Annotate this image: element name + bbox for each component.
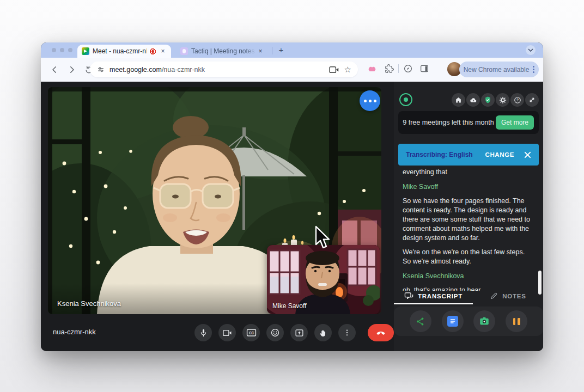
tab-title: Meet - nua-czmr-nkk xyxy=(93,47,147,55)
new-tab-button[interactable]: + xyxy=(276,45,286,55)
close-window-icon[interactable] xyxy=(52,48,56,52)
google-docs-icon xyxy=(447,316,458,327)
tab-meet[interactable]: Meet - nua-czmr-nkk × xyxy=(77,45,171,58)
svg-text:?: ? xyxy=(516,98,519,102)
page-content: Ksenia Svechnikova xyxy=(41,82,543,351)
microphone-button[interactable] xyxy=(194,324,212,341)
meeting-code: nua-czmr-nkk xyxy=(53,328,96,336)
transcript-paragraph: We're on the we're on the last few steps… xyxy=(403,248,534,266)
speaker-name: Ksenia Svechnikova xyxy=(403,272,534,281)
tactiq-logo-icon xyxy=(399,93,412,106)
back-icon[interactable] xyxy=(50,65,59,75)
change-language-button[interactable]: CHANGE xyxy=(485,151,514,158)
tab-notes[interactable]: NOTES xyxy=(473,289,543,303)
tab-search-chevron-icon[interactable] xyxy=(526,45,536,55)
home-button[interactable] xyxy=(452,93,465,107)
tactiq-favicon-icon xyxy=(180,47,188,55)
close-tab-icon[interactable]: × xyxy=(257,47,264,55)
extension-icons xyxy=(367,63,429,74)
share-button[interactable] xyxy=(410,310,431,332)
help-button[interactable]: ? xyxy=(510,93,524,107)
address-bar[interactable]: meet.google.com/nua-czmr-nkk ☆ xyxy=(90,62,358,77)
pip-video-tile[interactable]: Mike Savoff xyxy=(267,245,380,314)
raise-hand-button[interactable] xyxy=(314,324,332,341)
more-options-button[interactable] xyxy=(338,324,356,341)
toolbar-divider xyxy=(398,64,399,73)
tab-transcript[interactable]: TRANSCRIPT xyxy=(394,289,473,303)
settings-gear-button[interactable] xyxy=(496,93,509,107)
tab-tactiq[interactable]: Tactiq | Meeting notes powe × xyxy=(177,45,267,58)
chat-notification-icon[interactable] xyxy=(360,90,380,111)
minimize-window-icon[interactable] xyxy=(60,48,64,52)
tab-notes-label: NOTES xyxy=(502,293,526,299)
more-options-icon[interactable] xyxy=(533,66,534,73)
mouse-cursor xyxy=(314,225,331,250)
end-call-button[interactable] xyxy=(368,324,394,341)
present-button[interactable] xyxy=(290,324,308,341)
tactiq-panel: ? 9 free meetings left this month Get mo… xyxy=(394,82,543,351)
browser-window: Meet - nua-czmr-nkk × Tactiq | Meeting n… xyxy=(41,42,543,351)
pause-icon xyxy=(513,318,520,325)
meet-controls: CC xyxy=(194,324,394,341)
transcribing-label: Transcribing: English xyxy=(406,151,485,158)
transcribing-banner: Transcribing: English CHANGE xyxy=(398,144,539,166)
pencil-icon xyxy=(490,292,498,300)
update-chrome-label: New Chrome available xyxy=(464,66,530,74)
meet-favicon-icon xyxy=(82,47,89,55)
camera-button[interactable] xyxy=(218,324,236,341)
svg-text:CC: CC xyxy=(248,331,254,335)
bookmark-star-icon[interactable]: ☆ xyxy=(344,65,351,75)
zoom-window-icon[interactable] xyxy=(68,48,72,52)
cloud-sync-button[interactable] xyxy=(466,93,480,107)
tab-transcript-label: TRANSCRIPT xyxy=(418,293,463,299)
window-controls[interactable] xyxy=(52,48,72,52)
screenshot-button[interactable] xyxy=(473,310,495,332)
captions-button[interactable]: CC xyxy=(242,324,260,341)
tab-strip: Meet - nua-czmr-nkk × Tactiq | Meeting n… xyxy=(41,42,543,58)
transcript-continuation: everything that xyxy=(403,168,534,177)
url-text: meet.google.com/nua-czmr-nkk xyxy=(110,66,329,74)
active-tab-indicator xyxy=(394,303,473,304)
quota-text: 9 free meetings left this month xyxy=(398,118,495,127)
open-google-doc-button[interactable] xyxy=(442,310,464,332)
panel-action-bar xyxy=(394,307,543,336)
panel-tabs: TRANSCRIPT NOTES xyxy=(394,289,543,303)
tab-divider xyxy=(272,47,272,54)
tactiq-header-icons: ? xyxy=(452,93,539,107)
quota-card: 9 free meetings left this month Get more xyxy=(398,111,539,134)
main-video-tile: Ksenia Svechnikova xyxy=(48,87,381,314)
close-banner-icon[interactable] xyxy=(524,151,531,158)
chat-bubbles-icon xyxy=(404,292,413,300)
update-chrome-button[interactable]: New Chrome available xyxy=(459,62,539,77)
participant-name-label: Ksenia Svechnikova xyxy=(57,299,121,308)
pause-recording-button[interactable] xyxy=(506,310,527,332)
reactions-button[interactable] xyxy=(266,324,284,341)
extensions-puzzle-icon[interactable] xyxy=(384,64,394,74)
participant-name-label: Mike Savoff xyxy=(272,302,306,310)
expand-panel-button[interactable] xyxy=(525,93,539,107)
tab-title: Tactiq | Meeting notes powe xyxy=(191,47,257,55)
recording-indicator-icon xyxy=(149,47,157,56)
get-more-button[interactable]: Get more xyxy=(496,115,534,130)
browser-toolbar: meet.google.com/nua-czmr-nkk ☆ New Chrom… xyxy=(41,58,543,82)
close-tab-icon[interactable]: × xyxy=(159,47,167,55)
compass-icon[interactable] xyxy=(403,64,413,74)
tactiq-extension-icon[interactable] xyxy=(367,63,378,74)
camera-in-use-icon[interactable] xyxy=(329,66,339,74)
transcript-paragraph: So we have the four pages finished. The … xyxy=(403,197,534,243)
site-settings-icon[interactable] xyxy=(96,65,105,74)
forward-icon[interactable] xyxy=(67,65,77,75)
privacy-shield-button[interactable] xyxy=(481,93,495,107)
transcript-body[interactable]: everything that Mike Savoff So we have t… xyxy=(403,168,534,291)
side-panel-icon[interactable] xyxy=(419,64,429,74)
speaker-name: Mike Savoff xyxy=(403,182,534,192)
